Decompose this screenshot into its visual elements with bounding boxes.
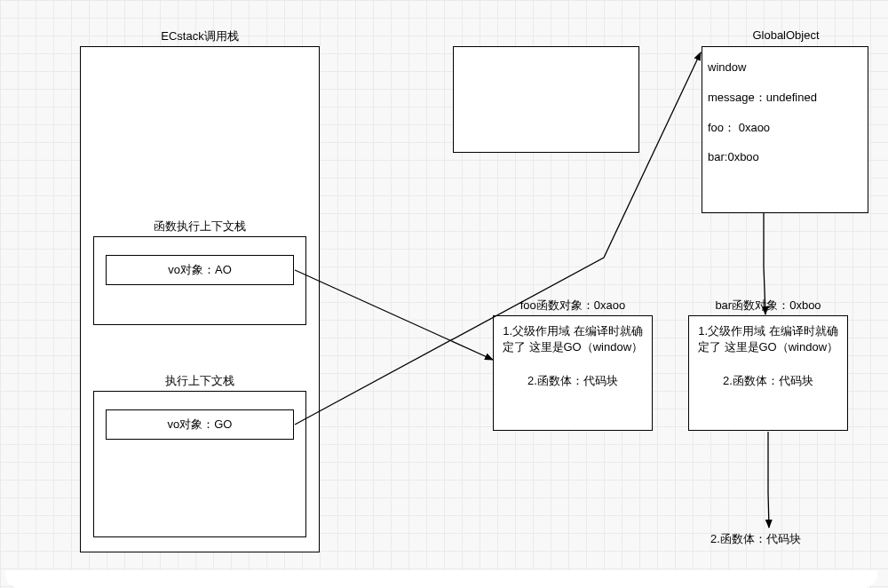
fec-title: 函数执行上下文栈 — [93, 219, 306, 234]
globalobject-title: GlobalObject — [702, 28, 870, 42]
globalobject-box: window message：undefined foo： 0xaoo bar:… — [702, 46, 868, 213]
ec-vo-box: vo对象：GO — [106, 409, 294, 440]
page-bottom-edge — [5, 570, 877, 588]
detached-text: 2.函数体：代码块 — [710, 531, 844, 547]
diagram-canvas: ECstack调用栈 函数执行上下文栈 vo对象：AO 执行上下文栈 vo对象：… — [0, 0, 888, 588]
arrow-ao-to-foo — [295, 270, 493, 360]
foo-line2: 2.函数体：代码块 — [501, 373, 645, 389]
foo-box: 1.父级作用域 在编译时就确定了 这里是GO（window） 2.函数体：代码块 — [493, 315, 653, 431]
foo-line1: 1.父级作用域 在编译时就确定了 这里是GO（window） — [501, 323, 645, 355]
go-line1: window — [708, 52, 862, 83]
foo-title: foo函数对象：0xaoo — [493, 298, 653, 314]
fec-vo-text: vo对象：AO — [107, 256, 293, 284]
ec-title: 执行上下文栈 — [93, 373, 306, 389]
bar-box: 1.父级作用域 在编译时就确定了 这里是GO（window） 2.函数体：代码块 — [688, 315, 848, 431]
go-line4: bar:0xboo — [708, 142, 862, 172]
ec-vo-text: vo对象：GO — [107, 410, 293, 439]
go-line2: message：undefined — [708, 83, 862, 113]
go-line3: foo： 0xaoo — [708, 113, 862, 143]
fec-vo-box: vo对象：AO — [106, 255, 294, 285]
objfunction-box — [453, 46, 639, 153]
bar-title: bar函数对象：0xboo — [688, 298, 848, 314]
ecstack-title: ECstack调用栈 — [80, 28, 320, 44]
bar-line1: 1.父级作用域 在编译时就确定了 这里是GO（window） — [696, 323, 840, 355]
bar-line2: 2.函数体：代码块 — [696, 373, 840, 389]
arrow-bar-to-code — [768, 432, 769, 528]
